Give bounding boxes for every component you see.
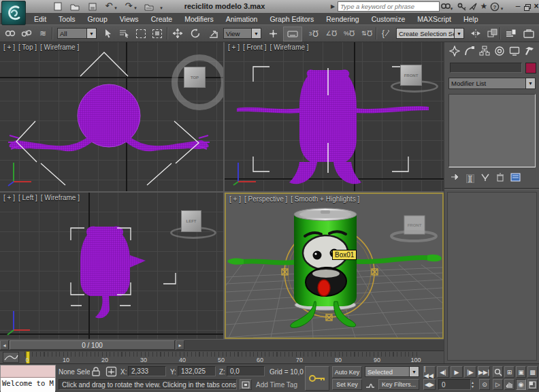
viewcube-front[interactable]: FRONT bbox=[400, 65, 422, 86]
key-mode-dropdown[interactable]: Selected▼ bbox=[365, 366, 419, 377]
object-color-swatch[interactable] bbox=[525, 63, 536, 74]
object-name-field[interactable] bbox=[450, 63, 522, 73]
orbit-icon[interactable]: ◉ bbox=[516, 379, 526, 390]
go-to-end-button[interactable]: ▶▶| bbox=[478, 366, 490, 378]
modify-tab-icon[interactable] bbox=[463, 44, 476, 58]
unlink-selection-icon[interactable] bbox=[19, 27, 34, 40]
menu-maxscript[interactable]: MAXScript bbox=[412, 14, 457, 24]
viewcube-left[interactable]: LEFT bbox=[181, 210, 201, 232]
menu-customize[interactable]: Customize bbox=[366, 14, 411, 24]
viewport-menu-icon[interactable]: [ + ] bbox=[228, 44, 240, 51]
next-frame-arrow[interactable]: ▸ bbox=[176, 340, 184, 350]
viewport-left[interactable]: [ + ] [ Left ] [ Wireframe ] LEFT bbox=[0, 193, 223, 339]
rectangular-selection-region-icon[interactable] bbox=[133, 27, 148, 40]
reference-coordinate-system-dropdown[interactable]: View▼ bbox=[223, 28, 261, 39]
viewport-menu-icon[interactable]: [ + ] bbox=[229, 195, 241, 203]
zoom-all-icon[interactable]: ⊞ bbox=[504, 366, 514, 378]
edit-named-selection-sets-icon[interactable]: { bbox=[378, 27, 393, 40]
select-and-link-icon[interactable] bbox=[3, 27, 18, 40]
isolate-selection-icon[interactable] bbox=[240, 379, 252, 390]
select-object-icon[interactable] bbox=[101, 27, 116, 40]
close-button[interactable]: × bbox=[530, 1, 539, 11]
spinner-snap-toggle-icon[interactable]: ⇅Ω bbox=[359, 27, 374, 40]
modifier-list-dropdown[interactable]: Modifier List▼ bbox=[448, 78, 536, 89]
time-configuration-icon[interactable]: ⊙ bbox=[479, 379, 490, 390]
angle-snap-toggle-icon[interactable]: ∠Ω bbox=[324, 27, 339, 40]
viewport-name-menu[interactable]: [ Perspective ] bbox=[244, 195, 287, 203]
select-and-manipulate-icon[interactable] bbox=[265, 27, 280, 40]
undo-dropdown-icon[interactable]: ▾ bbox=[113, 3, 118, 13]
create-tab-icon[interactable] bbox=[448, 44, 461, 58]
menu-modifiers[interactable]: Modifiers bbox=[179, 14, 219, 24]
window-crossing-toggle-icon[interactable] bbox=[150, 27, 165, 40]
viewcube-top[interactable]: TOP bbox=[184, 67, 206, 88]
next-frame-button[interactable]: |▶ bbox=[464, 366, 476, 378]
make-unique-icon[interactable] bbox=[480, 172, 490, 184]
dropdown-arrow-icon[interactable]: ▼ bbox=[251, 29, 261, 38]
configure-modifier-sets-icon[interactable] bbox=[510, 172, 521, 184]
show-end-result-icon[interactable]: ][ bbox=[466, 174, 474, 183]
selection-lock-icon[interactable] bbox=[91, 367, 101, 379]
default-tangent-icon[interactable] bbox=[365, 379, 376, 392]
modifier-stack-list[interactable] bbox=[448, 94, 536, 167]
auto-key-button[interactable]: Auto Key bbox=[332, 366, 362, 378]
menu-group[interactable]: Group bbox=[82, 14, 113, 24]
display-tab-icon[interactable] bbox=[508, 44, 521, 58]
pan-icon[interactable] bbox=[504, 379, 514, 390]
select-and-rotate-icon[interactable] bbox=[188, 27, 203, 40]
layer-manager-icon[interactable] bbox=[504, 27, 519, 40]
menu-graph-editors[interactable]: Graph Editors bbox=[264, 14, 319, 24]
viewport-top[interactable]: [ + ] [ Top ] [ Wireframe ] TOP bbox=[0, 42, 223, 191]
viewport-menu-icon[interactable]: [ + ] bbox=[3, 44, 15, 51]
dropdown-arrow-icon[interactable]: ▼ bbox=[86, 29, 96, 38]
save-file-icon[interactable] bbox=[86, 1, 99, 12]
bind-to-space-warp-icon[interactable]: ≋ bbox=[35, 27, 50, 40]
set-key-button[interactable]: Set Key bbox=[332, 379, 362, 390]
new-scene-icon[interactable] bbox=[52, 1, 64, 12]
utilities-tab-icon[interactable] bbox=[523, 44, 536, 58]
viewport-menu-icon[interactable]: [ + ] bbox=[3, 194, 15, 201]
search-history-icon[interactable]: ▶ bbox=[331, 3, 335, 10]
select-and-scale-icon[interactable] bbox=[206, 27, 220, 40]
listener-output[interactable]: Welcome to M bbox=[1, 378, 55, 392]
frame-spinner[interactable]: ▲▼ bbox=[471, 379, 477, 390]
viewport-perspective[interactable]: [ + ] [ Perspective ] [ Smooth + Highlig… bbox=[225, 193, 444, 339]
zoom-extents-icon[interactable]: ▣ bbox=[516, 366, 526, 378]
select-and-move-icon[interactable] bbox=[170, 27, 185, 40]
viewport-name-menu[interactable]: [ Left ] bbox=[18, 194, 37, 201]
select-by-name-icon[interactable] bbox=[117, 27, 132, 40]
menu-create[interactable]: Create bbox=[146, 14, 178, 24]
add-time-tag[interactable]: Add Time Tag bbox=[256, 381, 297, 389]
viewport-shading-menu[interactable]: [ Smooth + Highlights ] bbox=[291, 195, 359, 203]
y-coord-field[interactable]: 132,025 bbox=[178, 366, 216, 376]
key-filters-button[interactable]: Key Filters... bbox=[378, 379, 419, 390]
hierarchy-tab-icon[interactable] bbox=[478, 44, 491, 58]
viewport-front[interactable]: [ + ] [ Front ] [ Wireframe ] FRONT bbox=[225, 42, 444, 191]
dropdown-arrow-icon[interactable]: ▼ bbox=[525, 78, 535, 88]
maxscript-mini-listener[interactable]: Welcome to M bbox=[0, 365, 56, 391]
zoom-extents-all-icon[interactable]: ▩ bbox=[527, 366, 538, 378]
track-bar[interactable]: 0 10 20 30 40 50 60 70 80 90 100 bbox=[0, 350, 444, 363]
dropdown-arrow-icon[interactable]: ▼ bbox=[454, 29, 463, 38]
menu-rendering[interactable]: Rendering bbox=[321, 14, 364, 24]
viewport-shading-menu[interactable]: [ Wireframe ] bbox=[40, 44, 79, 51]
percent-snap-toggle-icon[interactable]: %Ω bbox=[342, 27, 357, 40]
z-coord-field[interactable]: 0,0 bbox=[227, 366, 265, 376]
search-input[interactable] bbox=[338, 1, 440, 12]
viewport-name-menu[interactable]: [ Front ] bbox=[243, 44, 266, 51]
play-button[interactable]: ▶ bbox=[451, 366, 463, 378]
previous-frame-arrow[interactable]: ◂ bbox=[0, 340, 9, 350]
menu-tools[interactable]: Tools bbox=[53, 14, 81, 24]
key-step-mode-button[interactable]: ◀▶ bbox=[423, 379, 436, 390]
field-of-view-icon[interactable]: ▷ bbox=[493, 379, 503, 390]
menu-edit[interactable]: Edit bbox=[29, 14, 52, 24]
zoom-icon[interactable] bbox=[493, 366, 503, 378]
current-frame-field[interactable]: 0 bbox=[438, 379, 471, 390]
mirror-icon[interactable] bbox=[468, 27, 483, 40]
go-to-start-button[interactable]: |◀◀ bbox=[423, 366, 436, 378]
graphite-toolbox-icon[interactable] bbox=[521, 27, 536, 40]
align-icon[interactable] bbox=[485, 27, 500, 40]
maximize-viewport-toggle-icon[interactable] bbox=[527, 379, 538, 390]
menu-help[interactable]: Help bbox=[458, 14, 484, 24]
motion-tab-icon[interactable] bbox=[493, 44, 506, 58]
